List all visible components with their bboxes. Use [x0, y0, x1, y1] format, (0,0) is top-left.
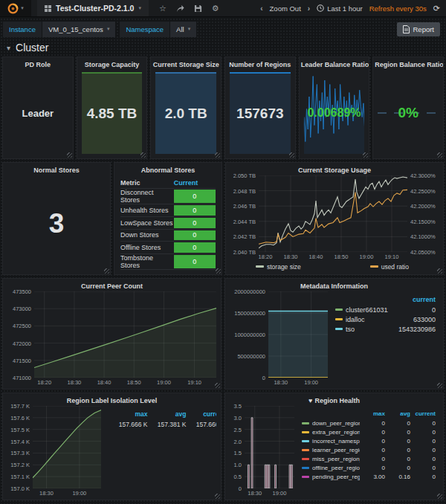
panel-resize-handle[interactable]	[437, 494, 442, 499]
namespace-dropdown[interactable]: All ▾	[170, 22, 196, 37]
axis-tick-label: 1000000000	[234, 332, 265, 338]
series-current: 0	[410, 438, 436, 445]
panel-title[interactable]: Leader Balance Ratio	[300, 57, 369, 70]
legend-col-max[interactable]: max	[360, 410, 385, 417]
abnormal-stores-table: Metric Current Disconnect Stores 0 Unhea…	[120, 177, 216, 270]
panel-resize-handle[interactable]	[215, 152, 220, 158]
zoom-out-button[interactable]: Zoom Out	[270, 4, 301, 13]
panel-title[interactable]: Normal Stores	[3, 163, 110, 175]
report-button[interactable]: Report	[397, 22, 440, 36]
axis-tick-label: 42.1000%	[410, 233, 436, 240]
panel-current-storage-usage: Current Storage Usage 2.050 TB2.048 TB2.…	[225, 162, 444, 275]
legend-row[interactable]: idalloc 633000	[335, 314, 436, 324]
axis-tick-label: 473500	[13, 288, 31, 295]
grafana-logo-button[interactable]: ▾	[0, 0, 31, 16]
isolation-level-plot[interactable]	[33, 406, 101, 488]
axis-tick-label: 157.4 K	[10, 438, 30, 445]
time-range-picker[interactable]: Last 1 hour	[317, 4, 363, 13]
legend-col-current[interactable]: current	[186, 410, 216, 418]
graph-body: 473500473000472500472000471500471000 18:…	[3, 291, 221, 389]
legend-item-used-ratio[interactable]: used ratio	[370, 263, 409, 271]
axis-tick-label: 157.3 K	[10, 450, 30, 456]
panel-resize-handle[interactable]	[437, 383, 442, 388]
series-current: 157.666 K	[186, 421, 216, 428]
column-header-metric[interactable]: Metric	[120, 179, 174, 187]
panel-resize-handle[interactable]	[215, 494, 220, 499]
panel-resize-handle[interactable]	[215, 383, 220, 388]
instance-dropdown[interactable]: VM_0_15_centos ▾	[42, 22, 115, 37]
panel-title[interactable]: PD Role	[3, 57, 73, 70]
report-label: Report	[413, 25, 434, 33]
panel-title[interactable]: Region Label Isolation Level	[3, 393, 221, 406]
panel-resize-handle[interactable]	[104, 268, 109, 274]
series-avg: 157.381 K	[147, 421, 186, 428]
stat-body: 157673	[230, 72, 291, 154]
panel-title[interactable]: Current Peer Count	[3, 279, 221, 291]
save-icon[interactable]	[194, 4, 202, 13]
panel-title[interactable]: Region Balance Ratio	[373, 57, 443, 70]
row-header-cluster[interactable]: ▾ Cluster	[2, 40, 444, 56]
panel-resize-handle[interactable]	[140, 152, 146, 158]
peer-count-plot[interactable]	[34, 291, 216, 378]
dashboard-picker[interactable]: Test-Cluster-PD-2.1.0 ▾	[37, 0, 149, 16]
legend-row[interactable]: tso 1543230986	[335, 324, 436, 334]
legend-row[interactable]: extra_peer_region_count 0 0 0	[302, 427, 436, 436]
series-name: down_peer_region_count	[312, 420, 360, 427]
star-icon[interactable]: ☆	[159, 4, 167, 13]
axis-tick-label: 2.048 TB	[233, 187, 256, 194]
panel-resize-handle[interactable]	[67, 152, 72, 158]
series-max: 0	[360, 429, 385, 436]
metadata-plot[interactable]	[268, 291, 328, 378]
plot-row: 3.53.02.52.01.51.00.50	[230, 406, 294, 488]
axis-tick-label: 19:00	[72, 490, 86, 497]
storage-usage-plot[interactable]	[259, 175, 407, 252]
legend-col-current[interactable]: current	[388, 296, 436, 303]
axis-tick-label: 2.040 TB	[233, 249, 256, 256]
namespace-label[interactable]: Namespace	[120, 22, 169, 37]
axis-tick-label: 18:30	[274, 379, 288, 386]
legend-row[interactable]: miss_peer_region_count 0 0 0	[302, 454, 436, 463]
time-forward-icon[interactable]: ›	[308, 4, 310, 13]
axis-tick-label: 472000	[13, 340, 31, 346]
panel-storage-capacity: Storage Capacity 4.85 TB	[77, 56, 148, 159]
panel-region-label-isolation-level: Region Label Isolation Level 157.7 K157.…	[2, 392, 222, 500]
value-cell: 0	[174, 230, 216, 241]
legend-row[interactable]: cluster6610311317464257783 0	[335, 305, 436, 314]
refresh-interval-button[interactable]: Refresh every 30s	[369, 4, 427, 13]
share-icon[interactable]	[176, 4, 184, 13]
legend-row[interactable]: level_0 157.666 K 157.381 K 157.666 K	[109, 419, 213, 429]
series-max: 0	[360, 456, 385, 462]
panel-title[interactable]: Abnormal Stores	[114, 163, 222, 175]
legend-row[interactable]: offline_peer_region_count 0 0 0	[302, 463, 436, 472]
legend-item-storage-size[interactable]: storage size	[256, 263, 301, 271]
legend-col-avg[interactable]: avg	[385, 410, 410, 417]
axis-tick-label: 1500000000	[234, 310, 265, 317]
x-axis-row: 18:2018:3018:4018:5019:0019:10	[7, 378, 216, 387]
panel-title[interactable]: Number of Regions	[225, 57, 295, 70]
stat-value: 4.85 TB	[87, 106, 138, 122]
legend-row[interactable]: pending_peer_region_count 3.00 0.16 0	[302, 472, 436, 481]
legend-col-max[interactable]: max	[109, 410, 147, 418]
series-current: 0	[410, 420, 436, 427]
legend-col-avg[interactable]: avg	[147, 410, 186, 418]
series-avg: 0	[385, 456, 410, 462]
legend-row[interactable]: down_peer_region_count 0 0 0	[302, 419, 436, 427]
axis-tick-label: 18:40	[97, 379, 112, 386]
legend-row[interactable]: incorrect_namespace_region_count 0 0 0	[302, 436, 436, 445]
panel-resize-handle[interactable]	[289, 152, 294, 158]
refresh-icon[interactable]: ⟳	[433, 4, 440, 13]
y-axis-left: 157.7 K157.6 K157.5 K157.4 K157.3 K157.2…	[7, 406, 33, 488]
panel-resize-handle[interactable]	[216, 268, 221, 274]
gear-icon[interactable]: ⚙	[212, 4, 219, 13]
panel-title[interactable]: ♥Region Health	[225, 393, 443, 406]
region-health-plot[interactable]	[245, 406, 294, 488]
legend-col-current[interactable]: current	[410, 410, 436, 417]
time-back-icon[interactable]: ‹	[260, 4, 262, 13]
instance-label[interactable]: Instance	[3, 22, 42, 37]
legend-row[interactable]: learner_peer_region_count 0 0 0	[302, 445, 436, 454]
panel-title[interactable]: Current Storage Size	[151, 57, 221, 70]
column-header-current[interactable]: Current	[174, 179, 216, 187]
panel-resize-handle[interactable]	[437, 268, 442, 274]
heart-icon: ♥	[308, 397, 312, 404]
panel-title[interactable]: Storage Capacity	[77, 57, 147, 70]
